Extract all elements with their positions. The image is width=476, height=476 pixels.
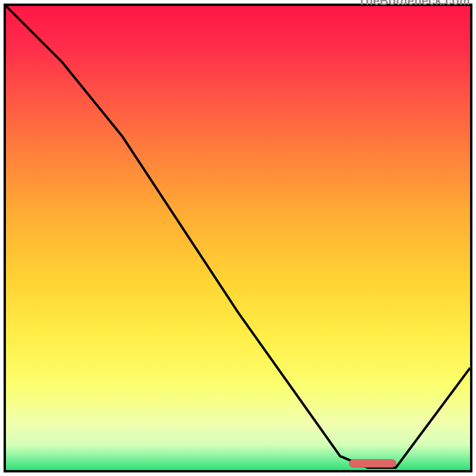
gradient-background — [6, 6, 470, 470]
optimal-range-marker — [349, 459, 396, 467]
chart-frame: TheBottleneck.com — [4, 4, 472, 472]
chart-plot — [6, 6, 470, 470]
